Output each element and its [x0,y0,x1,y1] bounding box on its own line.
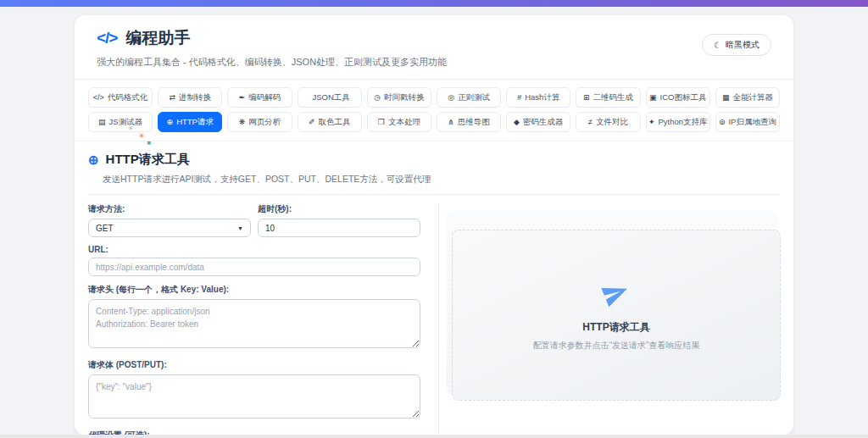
top-gradient-bar [0,0,868,7]
mind-map-icon: ⋔ [448,118,454,126]
section-title: HTTP请求工具 [106,152,190,168]
text-process-icon: ❐ [378,118,385,126]
base-convert-icon: ⇄ [170,93,176,102]
paper-plane-icon [598,275,634,313]
ico-tool-icon: ▣ [649,93,657,102]
method-label: 请求方法: [88,203,251,215]
chevron-down-icon: ▼ [237,225,243,231]
password-gen-icon: ◆ [514,118,520,126]
tab-mind-map[interactable]: ⋔ 思维导图 [437,112,501,132]
encode-decode-icon: ✒ [239,93,246,102]
calculator-icon: ▦ [722,93,730,102]
ip-lookup-icon: ⊚ [719,118,726,126]
dark-mode-toggle-button[interactable]: ☾ 暗黑模式 [702,34,771,56]
tab-json-tool[interactable]: JSON工具 [298,87,362,108]
tab-python-lib[interactable]: ✦ Python支持库 [646,112,710,132]
app-header: </> 编程助手 强大的编程工具集合 - 代码格式化、编码转换、JSON处理、正… [75,15,793,80]
http-request-icon: ⊕ [167,118,174,126]
app-logo-code-icon: </> [97,29,117,47]
moon-icon: ☾ [714,41,721,50]
timeout-input[interactable] [258,219,420,237]
tab-text-process[interactable]: ❐ 文本处理 [367,112,431,132]
headers-label: 请求头 (每行一个，格式 Key: Value): [88,284,420,296]
response-placeholder: HTTP请求工具 配置请求参数并点击“发送请求”查看响应结果 [452,230,781,401]
tab-web-analyze[interactable]: ❋ 网页分析 [227,112,292,132]
tab-base-convert[interactable]: ⇄ 进制转换 [158,87,222,108]
tab-color-picker[interactable]: ✐ 取色工具 [298,112,362,132]
qrcode-gen-icon: ⊞ [583,93,590,102]
tab-hash-calc[interactable]: # Hash计算 [506,87,570,108]
response-panel: HTTP请求工具 配置请求参数并点击“发送请求”查看响应结果 [448,203,780,435]
section-subtitle: 发送HTTP请求进行API测试，支持GET、POST、PUT、DELETE方法，… [103,174,780,186]
request-form: 请求方法: GET ▼ 超时(秒): URL: 请求头 (每行一个，格式 Key… [88,203,420,435]
http-tool-panel: ⊕ HTTP请求工具 发送HTTP请求进行API测试，支持GET、POST、PU… [75,141,793,435]
timestamp-icon: ◷ [374,93,381,102]
color-picker-icon: ✐ [309,118,315,126]
tab-row-1: </> 代码格式化 ⇄ 进制转换 ✒ 编码解码 JSON工具 [88,87,780,108]
placeholder-title: HTTP请求工具 [582,320,649,335]
method-selected-value: GET [96,224,114,233]
body-label: 请求体 (POST/PUT): [88,359,420,371]
body-textarea[interactable] [88,374,420,419]
regex-test-icon: ◎ [448,93,454,102]
tab-qrcode-gen[interactable]: ⊞ 二维码生成 [576,87,640,108]
timeout-label: 超时(秒): [258,203,420,215]
file-diff-icon: ≠ [588,118,593,126]
tab-calculator[interactable]: ▦ 全能计算器 [715,87,780,108]
tab-row-2: ▤ JS测试器 ⊕ HTTP请求 ❋ 网页分析 ✐ 取色工具 [88,112,780,132]
hash-calc-icon: # [517,93,521,102]
headers-textarea[interactable] [88,299,420,348]
tab-code-format[interactable]: </> 代码格式化 [88,87,153,108]
main-card: </> 编程助手 强大的编程工具集合 - 代码格式化、编码转换、JSON处理、正… [75,15,793,435]
tab-js-tester[interactable]: ▤ JS测试器 [88,112,153,132]
page-subtitle: 强大的编程工具集合 - 代码格式化、编码转换、JSON处理、正则测试及更多实用功… [97,56,771,79]
tab-encode-decode[interactable]: ✒ 编码解码 [227,87,292,108]
url-input[interactable] [88,258,420,276]
globe-icon: ⊕ [88,152,99,168]
tab-file-diff[interactable]: ≠ 文件对比 [576,112,640,132]
vertical-divider [438,203,439,435]
tab-ip-lookup[interactable]: ⊚ IP归属地查询 [715,112,780,132]
dark-mode-label: 暗黑模式 [726,39,760,51]
tab-http-request[interactable]: ⊕ HTTP请求 [158,112,222,132]
placeholder-description: 配置请求参数并点击“发送请求”查看响应结果 [533,340,700,352]
python-lib-icon: ✦ [648,118,655,126]
tool-tabs: </> 代码格式化 ⇄ 进制转换 ✒ 编码解码 JSON工具 [75,80,793,137]
bottom-strip [0,435,868,438]
page-title: 编程助手 [125,27,190,49]
url-label: URL: [88,245,420,254]
method-select[interactable]: GET ▼ [88,219,251,237]
code-format-icon: </> [93,93,104,102]
tab-timestamp[interactable]: ◷ 时间戳转换 [367,87,431,108]
tab-regex-test[interactable]: ◎ 正则测试 [437,87,501,108]
tab-ico-tool[interactable]: ▣ ICO图标工具 [646,87,710,108]
tab-password-gen[interactable]: ◆ 密码生成器 [506,112,570,132]
web-analyze-icon: ❋ [239,118,246,126]
js-tester-icon: ▤ [98,118,106,126]
